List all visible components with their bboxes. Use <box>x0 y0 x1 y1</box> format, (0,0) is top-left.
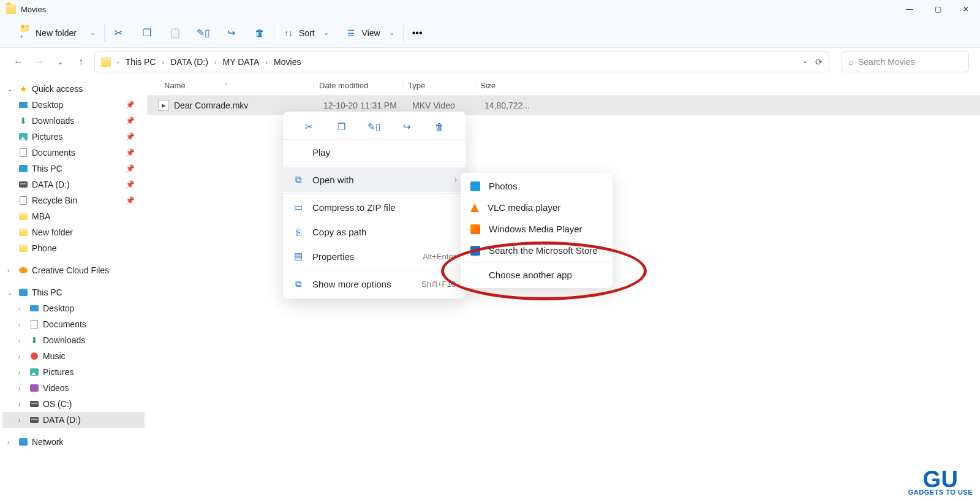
sidebar-item-datad2[interactable]: ›DATA (D:) <box>2 412 145 428</box>
sidebar-item-pictures[interactable]: Pictures📌 <box>2 129 145 145</box>
refresh-icon[interactable]: ⟳ <box>815 57 823 67</box>
recent-dropdown[interactable]: ⌄ <box>53 55 67 69</box>
toolbar: 📁⁺ New folder ⌄ ✂ ❐ 📋 ✎▯ ↪ 🗑 ↑↓Sort ☰Vie… <box>0 18 980 48</box>
context-quick-actions: ✂ ❐ ✎▯ ↪ 🗑 <box>283 114 466 140</box>
chevron-right-icon: › <box>454 175 457 184</box>
sidebar-item-documents2[interactable]: ›Documents <box>2 316 145 332</box>
properties-icon: ▤ <box>293 251 304 262</box>
file-type: MKV Video <box>407 101 480 110</box>
sidebar-item-recycle[interactable]: Recycle Bin📌 <box>2 192 145 208</box>
column-name[interactable]: Name ˄ <box>164 81 314 90</box>
cut-icon[interactable]: ✂ <box>113 28 124 39</box>
sidebar-item-quickaccess[interactable]: ⌄★Quick access <box>2 81 145 97</box>
view-button[interactable]: ☰View <box>337 18 403 47</box>
close-button[interactable]: ✕ <box>952 0 980 18</box>
up-button[interactable]: ↑ <box>74 55 88 69</box>
title-bar: Movies — ▢ ✕ <box>0 0 980 18</box>
sidebar-item-osc[interactable]: ›OS (C:) <box>2 396 145 412</box>
chevron-right-icon: › <box>117 58 119 66</box>
watermark-logo: GU <box>922 470 958 489</box>
context-item-properties[interactable]: ▤ Properties Alt+Enter <box>283 244 466 268</box>
sidebar-item-desktop[interactable]: Desktop📌 <box>2 97 145 113</box>
store-icon <box>470 246 480 256</box>
submenu-item-store[interactable]: Search the Microsoft Store <box>461 240 612 261</box>
file-row[interactable]: ▶ Dear Comrade.mkv 12-10-20 11:31 PM MKV… <box>147 96 980 115</box>
file-icon: ▶ <box>158 100 169 111</box>
divider <box>283 270 466 270</box>
copy-icon[interactable]: ❐ <box>336 121 348 133</box>
column-type[interactable]: Type <box>402 81 475 90</box>
sidebar-item-mba[interactable]: MBA <box>2 208 145 224</box>
sort-label: Sort <box>299 28 315 38</box>
share-icon[interactable]: ↪ <box>226 28 237 39</box>
submenu-item-wmp[interactable]: Windows Media Player <box>461 218 612 240</box>
chevron-down-icon[interactable]: ⌄ <box>90 29 96 37</box>
cut-icon[interactable]: ✂ <box>303 121 315 133</box>
sidebar-item-music[interactable]: ›Music <box>2 348 145 364</box>
sidebar-item-datad[interactable]: DATA (D:)📌 <box>2 177 145 192</box>
copypath-icon: ⎘ <box>293 226 304 237</box>
context-item-showmore[interactable]: ⧉ Show more options Shift+F10 <box>283 272 466 296</box>
share-icon[interactable]: ↪ <box>401 121 413 133</box>
pin-icon: 📌 <box>126 164 135 173</box>
rename-icon[interactable]: ✎▯ <box>368 121 380 133</box>
context-item-zip[interactable]: ▭ Compress to ZIP file <box>283 195 466 219</box>
sidebar-item-creative[interactable]: ›Creative Cloud Files <box>2 262 145 278</box>
sidebar-item-documents[interactable]: Documents📌 <box>2 145 145 161</box>
pin-icon: 📌 <box>126 180 135 189</box>
search-icon: ⌕ <box>848 57 853 67</box>
nav-sidebar: ⌄★Quick access Desktop📌 ⬇Downloads📌 Pict… <box>0 76 147 502</box>
submenu-item-choose[interactable]: Choose another app <box>461 264 612 286</box>
context-item-openwith[interactable]: ⧉ Open with › <box>283 167 466 192</box>
submenu-item-photos[interactable]: Photos <box>461 175 612 197</box>
submenu-item-vlc[interactable]: VLC media player <box>461 197 612 218</box>
copy-icon[interactable]: ❐ <box>141 28 153 39</box>
sidebar-item-pictures2[interactable]: ›Pictures <box>2 364 145 380</box>
sidebar-item-desktop2[interactable]: ›Desktop <box>2 300 145 316</box>
nav-bar: ← → ⌄ ↑ › This PC › DATA (D:) › MY DATA … <box>0 48 980 76</box>
sidebar-item-newfolder[interactable]: New folder <box>2 224 145 240</box>
chevron-right-icon: › <box>214 58 217 66</box>
chevron-right-icon: › <box>162 58 164 66</box>
pin-icon: 📌 <box>126 196 135 205</box>
sidebar-item-downloads[interactable]: ⬇Downloads📌 <box>2 113 145 129</box>
divider <box>283 193 466 194</box>
breadcrumb-item[interactable]: MY DATA <box>223 57 260 67</box>
watermark-text: GADGETS TO USE <box>908 489 973 496</box>
breadcrumb-item[interactable]: Movies <box>274 57 301 67</box>
address-dropdown-icon[interactable]: ⌄ <box>802 57 808 67</box>
context-item-copypath[interactable]: ⎘ Copy as path <box>283 219 466 244</box>
sidebar-item-downloads2[interactable]: ›⬇Downloads <box>2 332 145 348</box>
delete-icon[interactable]: 🗑 <box>254 28 265 39</box>
openwith-submenu: Photos VLC media player Windows Media Pl… <box>461 173 612 288</box>
pin-icon: 📌 <box>126 148 135 157</box>
context-item-play[interactable]: Play <box>283 140 466 164</box>
sidebar-item-network[interactable]: ›Network <box>2 434 145 450</box>
back-button[interactable]: ← <box>11 55 26 69</box>
zip-icon: ▭ <box>293 202 304 213</box>
search-box[interactable]: ⌕ Search Movies <box>842 51 969 72</box>
address-bar[interactable]: › This PC › DATA (D:) › MY DATA › Movies… <box>94 51 829 72</box>
minimize-button[interactable]: — <box>895 0 924 18</box>
sort-button[interactable]: ↑↓Sort <box>274 18 337 47</box>
file-name: Dear Comrade.mkv <box>174 101 318 110</box>
rename-icon[interactable]: ✎▯ <box>198 28 209 39</box>
wmp-icon <box>470 224 480 234</box>
sidebar-item-thispc2[interactable]: ⌄This PC <box>2 284 145 300</box>
column-date[interactable]: Date modified <box>314 81 402 90</box>
sidebar-item-videos[interactable]: ›Videos <box>2 380 145 396</box>
new-folder-icon: 📁⁺ <box>20 28 31 39</box>
paste-icon[interactable]: 📋 <box>170 28 181 39</box>
new-folder-group[interactable]: 📁⁺ New folder ⌄ <box>11 18 104 47</box>
forward-button[interactable]: → <box>32 55 47 69</box>
more-button[interactable]: ••• <box>404 18 431 47</box>
delete-icon[interactable]: 🗑 <box>433 121 445 133</box>
column-size[interactable]: Size <box>475 81 524 90</box>
pin-icon: 📌 <box>126 101 135 109</box>
maximize-button[interactable]: ▢ <box>924 0 952 18</box>
breadcrumb-item[interactable]: This PC <box>126 57 156 67</box>
sidebar-item-phone[interactable]: Phone <box>2 240 145 256</box>
breadcrumb-item[interactable]: DATA (D:) <box>170 57 208 67</box>
sidebar-item-thispc[interactable]: This PC📌 <box>2 161 145 177</box>
chevron-right-icon: › <box>265 58 268 66</box>
